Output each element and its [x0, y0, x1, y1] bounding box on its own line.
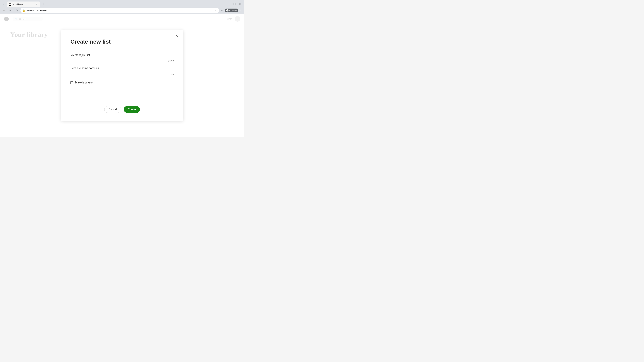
minimize-button[interactable]: ─: [227, 2, 232, 6]
restore-button[interactable]: ❐: [232, 2, 237, 6]
tab-nav-prev[interactable]: ‹: [1, 2, 6, 6]
list-name-field: [70, 53, 174, 58]
bookmark-button[interactable]: ☆: [213, 8, 217, 12]
modal-close-button[interactable]: ✕: [174, 34, 180, 39]
reload-button[interactable]: ↻: [14, 8, 20, 13]
address-bar-row: ← → ↻ 🔒 medium.com/me/lists ☆ ⧉ Incognit…: [0, 7, 244, 14]
private-label[interactable]: Make it private: [75, 81, 92, 84]
modal-title: Create new list: [70, 38, 174, 45]
browser-menu-icons: ⧉ Incognito ⋮: [220, 8, 243, 12]
create-list-modal: ✕ Create new list 15/60 Here are some sa…: [61, 30, 183, 121]
address-bar-icons: ☆: [213, 8, 217, 12]
incognito-badge: Incognito: [225, 8, 238, 12]
browser-chrome: ‹ Your library ✕ + ─ ❐ ✕ ← → ↻ 🔒 medium.…: [0, 0, 244, 14]
active-tab[interactable]: Your library ✕: [7, 1, 40, 7]
modal-overlay: ✕ Create new list 15/60 Here are some sa…: [0, 14, 244, 137]
tab-favicon: [9, 3, 12, 6]
private-row: Make it private: [70, 81, 174, 84]
cancel-button[interactable]: Cancel: [104, 106, 121, 113]
tab-title: Your library: [13, 3, 34, 5]
close-window-button[interactable]: ✕: [238, 2, 242, 6]
extensions-button[interactable]: ⧉: [220, 8, 224, 12]
tab-bar: ‹ Your library ✕ + ─ ❐ ✕: [0, 0, 244, 7]
page-content: 🔍 Search Write Your library ✕ Create new…: [0, 14, 244, 137]
window-controls: ─ ❐ ✕: [227, 2, 243, 6]
address-bar[interactable]: 🔒 medium.com/me/lists ☆: [20, 8, 219, 13]
url-display: medium.com/me/lists: [26, 9, 212, 12]
back-button[interactable]: ←: [1, 8, 7, 13]
secure-icon: 🔒: [22, 9, 25, 12]
private-checkbox[interactable]: [70, 81, 73, 84]
list-name-input[interactable]: [70, 53, 174, 58]
name-char-count: 15/60: [70, 59, 174, 62]
tab-close-button[interactable]: ✕: [36, 3, 38, 6]
create-button[interactable]: Create: [124, 106, 140, 113]
description-char-count: 21/280: [70, 73, 174, 76]
browser-menu-button[interactable]: ⋮: [239, 8, 243, 12]
new-tab-button[interactable]: +: [41, 2, 46, 6]
incognito-label: Incognito: [229, 9, 237, 11]
list-description-input[interactable]: Here are some samples: [70, 66, 174, 71]
forward-button[interactable]: →: [8, 8, 13, 13]
modal-actions: Cancel Create: [70, 106, 174, 113]
list-description-field: Here are some samples: [70, 66, 174, 72]
incognito-icon: [226, 9, 228, 11]
